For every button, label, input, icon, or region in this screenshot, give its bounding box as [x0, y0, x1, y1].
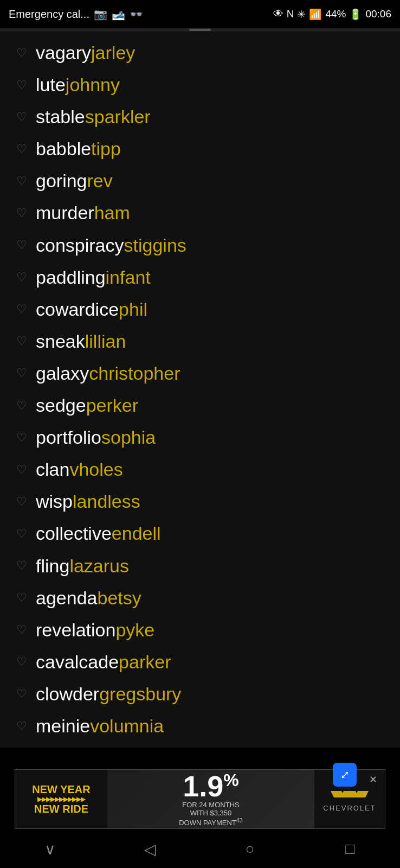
username-prefix: wisp — [36, 491, 73, 512]
username-prefix: portfolio — [36, 427, 101, 448]
ad-rate-number: 1.9 — [183, 770, 223, 802]
list-item[interactable]: ♡sedgeperker — [0, 390, 400, 422]
home-icon: ○ — [246, 840, 255, 858]
username-suffix: parker — [119, 652, 171, 672]
recents-icon: □ — [345, 840, 354, 858]
username-text: galaxychristopher — [36, 363, 180, 384]
username-suffix: betsy — [97, 588, 141, 608]
username-prefix: paddling — [36, 267, 106, 288]
username-prefix: goring — [36, 170, 87, 191]
list-item[interactable]: ♡murderham — [0, 197, 400, 229]
username-text: lutejohnny — [36, 74, 120, 95]
list-item[interactable]: ♡vagaryjarley — [0, 37, 400, 69]
ad-rate: 1.9% — [183, 771, 239, 801]
username-prefix: clowder — [36, 684, 99, 704]
status-left: Emergency cal... 📷 🎿 👓 — [9, 8, 143, 21]
heart-icon: ♡ — [16, 528, 27, 540]
username-text: sedgeperker — [36, 395, 138, 416]
list-item[interactable]: ♡wisplandless — [0, 486, 400, 518]
bluetooth-icon: ✳ — [297, 8, 306, 21]
heart-icon: ♡ — [16, 143, 27, 155]
heart-icon: ♡ — [16, 271, 27, 283]
ad-rate-pct: % — [223, 770, 238, 790]
username-prefix: cavalcade — [36, 652, 119, 672]
ad-close-x-button[interactable]: ✕ — [365, 772, 380, 787]
heart-icon: ♡ — [16, 592, 27, 604]
username-prefix: collective — [36, 523, 112, 544]
username-suffix: vholes — [69, 459, 122, 480]
username-list: ♡vagaryjarley♡lutejohnny♡stablesparkler♡… — [0, 31, 400, 748]
list-item[interactable]: ♡clowdergregsbury — [0, 678, 400, 710]
list-item[interactable]: ♡portfoliosophia — [0, 422, 400, 454]
signal-icon: 📶 — [309, 8, 322, 21]
heart-icon: ♡ — [16, 720, 27, 732]
heart-icon: ♡ — [16, 175, 27, 187]
bottom-nav: ∨ ◁ ○ □ — [0, 830, 400, 868]
nav-recents-button[interactable]: □ — [334, 833, 366, 865]
username-prefix: lute — [36, 74, 66, 95]
username-suffix: tipp — [91, 138, 121, 159]
username-text: babbletipp — [36, 138, 121, 159]
glasses-icon: 👓 — [130, 8, 143, 21]
username-text: cavalcadeparker — [36, 652, 171, 673]
n-icon: N — [287, 8, 294, 20]
username-suffix: lillian — [85, 331, 126, 352]
username-suffix: christopher — [89, 363, 180, 384]
ad-new-year-text: NEW YEAR — [32, 783, 90, 795]
username-text: vagaryjarley — [36, 42, 135, 63]
username-text: clanvholes — [36, 459, 123, 480]
username-text: wisplandless — [36, 491, 140, 512]
back-icon: ◁ — [144, 840, 156, 858]
list-item[interactable]: ♡revelationpyke — [0, 614, 400, 646]
username-prefix: meinie — [36, 716, 90, 736]
username-text: collectiveendell — [36, 523, 161, 544]
list-item[interactable]: ♡lutejohnny — [0, 69, 400, 101]
list-item[interactable]: ♡galaxychristopher — [0, 358, 400, 390]
scroll-dot — [189, 29, 211, 31]
username-text: flinglazarus — [36, 556, 129, 577]
nav-back-button[interactable]: ◁ — [134, 833, 166, 865]
clock: 00:06 — [365, 8, 391, 20]
username-prefix: stable — [36, 106, 85, 127]
username-suffix: endell — [112, 523, 161, 544]
wifi-icon: 🎿 — [112, 8, 125, 21]
username-prefix: sneak — [36, 331, 85, 352]
list-item[interactable]: ♡cowardicephil — [0, 293, 400, 326]
list-item[interactable]: ♡babbletipp — [0, 133, 400, 165]
nav-down-button[interactable]: ∨ — [34, 833, 66, 865]
username-prefix: sedge — [36, 395, 86, 416]
list-item[interactable]: ♡conspiracystiggins — [0, 229, 400, 261]
username-prefix: murder — [36, 202, 94, 223]
chevrolet-logo: CHEVROLET — [323, 787, 376, 812]
list-item[interactable]: ♡agendabetsy — [0, 582, 400, 614]
list-item[interactable]: ♡paddlinginfant — [0, 261, 400, 293]
heart-icon: ♡ — [16, 239, 27, 251]
list-item[interactable]: ♡collectiveendell — [0, 518, 400, 550]
username-suffix: johnny — [66, 74, 120, 95]
list-item[interactable]: ♡clanvholes — [0, 454, 400, 486]
username-prefix: revelation — [36, 620, 115, 640]
username-text: portfoliosophia — [36, 427, 156, 448]
svg-rect-3 — [344, 791, 356, 797]
heart-icon: ♡ — [16, 79, 27, 91]
username-text: revelationpyke — [36, 620, 154, 641]
heart-icon: ♡ — [16, 624, 27, 636]
ad-expand-button[interactable]: ⤢ — [333, 763, 357, 787]
username-text: paddlinginfant — [36, 267, 151, 288]
ad-middle: 1.9% FOR 24 MONTHS WITH $3,350 DOWN PAYM… — [107, 769, 314, 829]
battery-icon: 🔋 — [349, 8, 362, 21]
username-prefix: clan — [36, 459, 69, 480]
ad-banner[interactable]: NEW YEAR ▶▶▶▶▶▶▶▶▶▶▶ NEW RIDE 1.9% FOR 2… — [15, 769, 385, 829]
list-item[interactable]: ♡cavalcadeparker — [0, 646, 400, 678]
list-item[interactable]: ♡meinievolumnia — [0, 710, 400, 742]
heart-icon: ♡ — [16, 400, 27, 412]
list-item[interactable]: ♡goringrev — [0, 165, 400, 197]
username-suffix: gregsbury — [99, 684, 181, 704]
username-prefix: babble — [36, 138, 91, 159]
list-item[interactable]: ♡flinglazarus — [0, 550, 400, 582]
down-icon: ∨ — [44, 840, 56, 858]
nav-home-button[interactable]: ○ — [234, 833, 266, 865]
list-item[interactable]: ♡stablesparkler — [0, 101, 400, 133]
username-text: stablesparkler — [36, 106, 151, 127]
list-item[interactable]: ♡sneaklillian — [0, 326, 400, 358]
